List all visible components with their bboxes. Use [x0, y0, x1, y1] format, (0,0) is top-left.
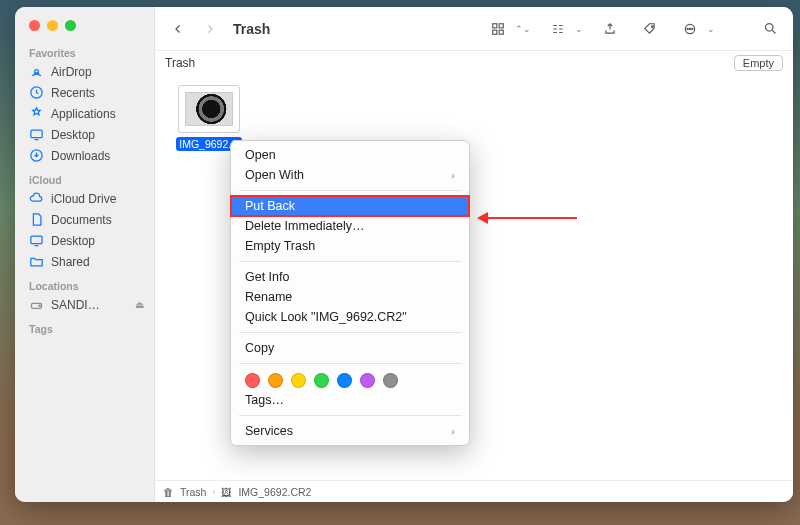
- menu-item-empty-trash[interactable]: Empty Trash: [231, 236, 469, 256]
- menu-item-delete-immediately[interactable]: Delete Immediately…: [231, 216, 469, 236]
- trash-icon: 🗑: [163, 486, 174, 498]
- sidebar-item-desktop[interactable]: Desktop: [15, 124, 154, 145]
- clock-icon: [29, 85, 44, 100]
- menu-item-copy[interactable]: Copy: [231, 338, 469, 358]
- menu-item-quick-look[interactable]: Quick Look "IMG_9692.CR2": [231, 307, 469, 327]
- window-controls: [15, 7, 154, 39]
- svg-point-6: [39, 305, 40, 306]
- image-icon: 🖼: [221, 486, 232, 498]
- file-thumbnail: [178, 85, 240, 133]
- chevron-down-icon: ⌄: [707, 24, 715, 34]
- sidebar-item-label: Desktop: [51, 128, 95, 142]
- sidebar-item-applications[interactable]: Applications: [15, 103, 154, 124]
- forward-button[interactable]: [197, 17, 223, 41]
- path-location[interactable]: Trash: [180, 486, 206, 498]
- sidebar-item-label: Recents: [51, 86, 95, 100]
- sidebar-item-external-disk[interactable]: SANDI… ⏏: [15, 294, 154, 315]
- svg-point-16: [765, 24, 773, 32]
- applications-icon: [29, 106, 44, 121]
- back-button[interactable]: [165, 17, 191, 41]
- chevron-updown-icon: ⌃⌄: [515, 24, 531, 34]
- svg-rect-9: [493, 30, 497, 34]
- sidebar-item-shared[interactable]: Shared: [15, 251, 154, 272]
- tag-green[interactable]: [314, 373, 329, 388]
- tag-yellow[interactable]: [291, 373, 306, 388]
- tag-gray[interactable]: [383, 373, 398, 388]
- sidebar-item-label: Downloads: [51, 149, 110, 163]
- menu-separator: [239, 415, 461, 416]
- close-button[interactable]: [29, 20, 40, 31]
- minimize-button[interactable]: [47, 20, 58, 31]
- sidebar-item-airdrop[interactable]: AirDrop: [15, 61, 154, 82]
- toolbar: Trash ⌃⌄ ⌄ ⌄: [155, 7, 793, 51]
- chevron-right-icon: ›: [451, 425, 455, 437]
- sidebar-item-label: SANDI…: [51, 298, 100, 312]
- sidebar-item-icloud-drive[interactable]: iCloud Drive: [15, 188, 154, 209]
- sidebar-header-favorites: Favorites: [15, 39, 154, 61]
- menu-item-services[interactable]: Services›: [231, 421, 469, 441]
- sidebar-item-label: Documents: [51, 213, 112, 227]
- menu-item-rename[interactable]: Rename: [231, 287, 469, 307]
- menu-item-tags[interactable]: Tags…: [231, 390, 469, 410]
- chevron-down-icon: ⌄: [575, 24, 583, 34]
- sidebar: Favorites AirDrop Recents Applications D…: [15, 7, 155, 502]
- svg-point-13: [689, 28, 690, 29]
- chevron-right-icon: ›: [212, 487, 215, 497]
- sidebar-header-locations: Locations: [15, 272, 154, 294]
- sidebar-item-downloads[interactable]: Downloads: [15, 145, 154, 166]
- menu-separator: [239, 332, 461, 333]
- svg-point-15: [692, 28, 693, 29]
- documents-icon: [29, 212, 44, 227]
- desktop-icon: [29, 233, 44, 248]
- menu-separator: [239, 190, 461, 191]
- tags-button[interactable]: [637, 17, 663, 41]
- tag-red[interactable]: [245, 373, 260, 388]
- search-button[interactable]: [757, 17, 783, 41]
- menu-separator: [239, 363, 461, 364]
- menu-item-open[interactable]: Open: [231, 145, 469, 165]
- disk-icon: [29, 297, 44, 312]
- menu-item-put-back[interactable]: Put Back: [231, 196, 469, 216]
- location-label: Trash: [165, 56, 195, 70]
- view-icons-button[interactable]: [485, 17, 511, 41]
- folder-icon: [29, 254, 44, 269]
- empty-trash-button[interactable]: Empty: [734, 55, 783, 71]
- share-button[interactable]: [597, 17, 623, 41]
- sidebar-item-label: iCloud Drive: [51, 192, 116, 206]
- action-button[interactable]: [677, 17, 703, 41]
- annotation-arrow: [477, 212, 577, 224]
- chevron-right-icon: ›: [451, 169, 455, 181]
- svg-point-14: [687, 28, 688, 29]
- svg-rect-2: [31, 130, 42, 138]
- sidebar-item-recents[interactable]: Recents: [15, 82, 154, 103]
- tag-purple[interactable]: [360, 373, 375, 388]
- eject-icon[interactable]: ⏏: [135, 299, 144, 310]
- path-bar: 🗑 Trash › 🖼 IMG_9692.CR2: [155, 480, 793, 502]
- sidebar-item-label: Applications: [51, 107, 116, 121]
- group-button[interactable]: [545, 17, 571, 41]
- zoom-button[interactable]: [65, 20, 76, 31]
- desktop-icon: [29, 127, 44, 142]
- menu-tag-colors: [231, 369, 469, 390]
- airdrop-icon: [29, 64, 44, 79]
- svg-rect-8: [499, 23, 503, 27]
- sidebar-item-desktop-icloud[interactable]: Desktop: [15, 230, 154, 251]
- tag-orange[interactable]: [268, 373, 283, 388]
- menu-separator: [239, 261, 461, 262]
- location-bar: Trash Empty: [155, 51, 793, 75]
- path-file[interactable]: IMG_9692.CR2: [238, 486, 311, 498]
- cloud-icon: [29, 191, 44, 206]
- svg-rect-7: [493, 23, 497, 27]
- svg-rect-4: [31, 236, 42, 244]
- sidebar-item-documents[interactable]: Documents: [15, 209, 154, 230]
- sidebar-item-label: Desktop: [51, 234, 95, 248]
- sidebar-item-label: AirDrop: [51, 65, 92, 79]
- menu-item-open-with[interactable]: Open With›: [231, 165, 469, 185]
- sidebar-header-icloud: iCloud: [15, 166, 154, 188]
- menu-item-get-info[interactable]: Get Info: [231, 267, 469, 287]
- desktop-background: Favorites AirDrop Recents Applications D…: [0, 0, 800, 525]
- tag-blue[interactable]: [337, 373, 352, 388]
- sidebar-item-label: Shared: [51, 255, 90, 269]
- context-menu: Open Open With› Put Back Delete Immediat…: [230, 140, 470, 446]
- svg-point-11: [651, 25, 653, 27]
